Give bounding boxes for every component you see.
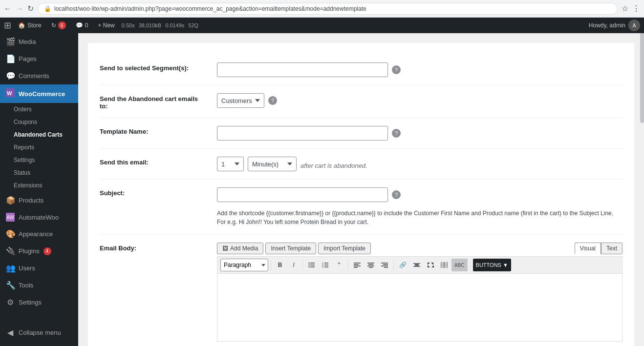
ordered-list-button[interactable]: 1.2.3. (319, 259, 332, 271)
appearance-label: Appearance (19, 230, 53, 238)
table-button[interactable] (438, 259, 451, 271)
buttons-btn[interactable]: BUTTONS ▼ (473, 259, 511, 271)
sidebar-item-appearance[interactable]: 🎨 Appearance (0, 225, 78, 243)
visual-tab[interactable]: Visual (575, 243, 601, 254)
howdy-text: Howdy, admin (589, 22, 625, 29)
comments-link[interactable]: 💬 0 (73, 20, 91, 31)
italic-button[interactable]: I (287, 259, 300, 271)
text-tab[interactable]: Text (601, 243, 623, 254)
sidebar-sub-coupons[interactable]: Coupons (0, 116, 78, 128)
perf-2: 38,010kB (139, 22, 161, 28)
perf-4: 52Q (188, 22, 198, 28)
sidebar-item-media[interactable]: 🎬 Media (0, 33, 78, 50)
main-content: Send to selected Segment(s): ? Send the … (78, 33, 644, 346)
sidebar-sub-reports[interactable]: Reports (0, 141, 78, 154)
time-value-select[interactable]: 12510153060 (217, 157, 244, 171)
updates-icon: ↻ (51, 22, 56, 29)
template-name-row: Template Name: ? (100, 118, 623, 149)
address-bar[interactable]: 🔒 localhost/woo-lite/wp-admin/admin.php?… (38, 3, 618, 15)
email-body-controls-wrap: 🖼 Add Media Insert Template Import Templ… (217, 243, 623, 342)
sidebar-collapse[interactable]: ◀ Collapse menu (0, 324, 78, 341)
sidebar-sub-settings[interactable]: Settings (0, 154, 78, 166)
sidebar-item-tools[interactable]: 🔧 Tools (0, 277, 78, 294)
home-icon: 🏠 (18, 22, 25, 29)
users-label: Users (19, 265, 35, 272)
email-body-row: Email Body: 🖼 Add Media Insert Template (100, 235, 623, 346)
bold-button[interactable]: B (274, 259, 286, 271)
howdy-user[interactable]: Howdy, admin A (589, 20, 640, 31)
sidebar-item-users[interactable]: 👥 Users (0, 260, 78, 277)
tools-label: Tools (19, 282, 33, 289)
status-label: Status (14, 169, 30, 176)
segment-help-icon[interactable]: ? (392, 65, 401, 74)
subject-help-icon[interactable]: ? (392, 190, 401, 199)
customers-select[interactable]: Customers All users Guests (217, 93, 264, 108)
fullscreen-button[interactable] (424, 259, 437, 271)
unordered-list-button[interactable] (305, 259, 318, 271)
spellcheck-label: ABC (454, 263, 465, 268)
add-media-label: Add Media (230, 245, 258, 252)
time-unit-select[interactable]: Minute(s)Hour(s)Day(s) (248, 157, 297, 171)
sidebar-sub-status[interactable]: Status (0, 166, 78, 179)
collapse-label: Collapse menu (19, 329, 61, 336)
align-right-button[interactable] (378, 259, 391, 271)
subject-controls: ? Add the shortcode {{customer.firstname… (217, 187, 623, 226)
sidebar-item-plugins[interactable]: 🔌 Plugins 4 (0, 243, 78, 260)
new-content-link[interactable]: + New (95, 20, 117, 31)
bookmark-icon[interactable]: ☆ (622, 4, 628, 13)
settings-icon: ⚙ (6, 298, 15, 307)
updates-link[interactable]: ↻ 6 (48, 20, 69, 31)
scrollbar-thumb[interactable] (640, 25, 644, 123)
editor-content[interactable] (217, 273, 623, 342)
reload-button[interactable]: ↻ (27, 4, 34, 13)
subject-input[interactable] (217, 187, 388, 202)
import-template-button[interactable]: Import Template (318, 243, 371, 254)
separator-5 (470, 260, 471, 270)
send-abandoned-label: Send the Abandoned cart emails to: (100, 93, 207, 110)
send-to-segment-input[interactable] (217, 62, 388, 77)
sidebar-sub-abandoned-carts[interactable]: Abandoned Carts (0, 128, 78, 141)
shortcode-hint: Add the shortcode {{customer.firstname}}… (217, 209, 623, 226)
text-tab-label: Text (606, 245, 617, 252)
wp-logo[interactable]: ⊞ (4, 20, 11, 31)
visual-tab-label: Visual (580, 245, 596, 252)
align-left-button[interactable] (351, 259, 364, 271)
send-to-segment-controls: ? (217, 62, 623, 77)
email-body-header: 🖼 Add Media Insert Template Import Templ… (217, 243, 623, 254)
subject-row: Subject: ? Add the shortcode {{customer.… (100, 180, 623, 235)
forward-button[interactable]: → (16, 4, 23, 13)
blockquote-button[interactable]: " (333, 259, 345, 271)
paragraph-select[interactable]: Paragraph Heading 1 Heading 2 Heading 3 … (220, 259, 268, 271)
scrollbar[interactable] (640, 16, 644, 346)
svg-point-6 (308, 265, 309, 265)
editor-toolbar: Paragraph Heading 1 Heading 2 Heading 3 … (217, 256, 623, 273)
automatewoo-label: AutomateWoo (19, 214, 59, 221)
template-name-controls: ? (217, 126, 623, 141)
link-button[interactable]: 🔗 (396, 259, 409, 271)
add-media-button[interactable]: 🖼 Add Media (217, 243, 263, 254)
sidebar-item-settings[interactable]: ⚙ Settings (0, 294, 78, 311)
orders-label: Orders (14, 106, 32, 113)
extensions-label: Extensions (14, 182, 43, 189)
sidebar-item-pages[interactable]: 📄 Pages (0, 50, 78, 67)
sidebar-item-comments[interactable]: 💬 Comments (0, 67, 78, 84)
abandoned-help-icon[interactable]: ? (268, 96, 277, 105)
sidebar-item-automatewoo[interactable]: AW AutomateWoo (0, 209, 78, 225)
hr-button[interactable] (410, 259, 423, 271)
svg-rect-28 (415, 265, 419, 266)
menu-icon[interactable]: ⋮ (632, 4, 640, 13)
sidebar-item-products[interactable]: 📦 Products (0, 192, 78, 209)
sidebar-item-woocommerce[interactable]: W WooCommerce (0, 84, 78, 103)
back-button[interactable]: ← (4, 4, 12, 13)
send-email-row: Send this email: 12510153060 Minute(s)Ho… (100, 149, 623, 180)
sidebar-sub-orders[interactable]: Orders (0, 103, 78, 116)
align-center-button[interactable] (365, 259, 377, 271)
spellcheck-button[interactable]: ABC (451, 259, 468, 271)
insert-template-button[interactable]: Insert Template (265, 243, 316, 254)
store-link[interactable]: 🏠 Store (15, 20, 44, 31)
settings-woo-label: Settings (14, 157, 35, 163)
template-help-icon[interactable]: ? (392, 129, 401, 138)
template-name-input[interactable] (217, 126, 388, 141)
sidebar-sub-extensions[interactable]: Extensions (0, 179, 78, 192)
users-icon: 👥 (6, 264, 15, 273)
